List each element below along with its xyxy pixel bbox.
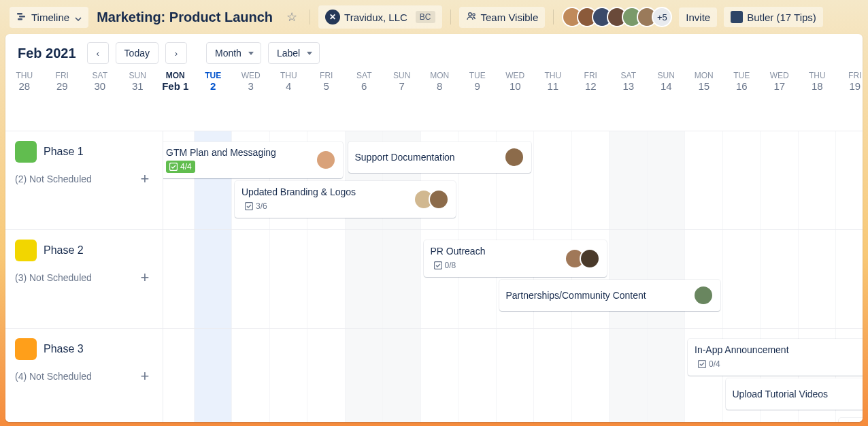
scale-dropdown[interactable]: Month xyxy=(206,42,261,64)
checklist-badge: 4/4 xyxy=(166,161,195,173)
add-card-button[interactable]: + xyxy=(137,368,153,384)
day-header: THU4 xyxy=(270,68,308,99)
day-header: FRI5 xyxy=(307,68,346,99)
invite-button[interactable]: Invite xyxy=(679,7,717,27)
avatar-overflow[interactable]: +5 xyxy=(652,7,672,27)
lane: Phase 2(3) Not Scheduled+ xyxy=(5,229,163,328)
lane-color-swatch xyxy=(15,240,37,261)
checklist-badge: 0/4 xyxy=(695,358,724,370)
timeline-card[interactable]: In-App Announcement0/4 xyxy=(688,339,863,376)
day-header-row: THU28FRI29SAT30SUN31MONFeb 1TUE2WED3THU4… xyxy=(5,68,863,99)
svg-rect-8 xyxy=(699,361,706,368)
workspace-logo: ✕ xyxy=(325,10,340,24)
team-icon xyxy=(466,11,477,24)
day-header: WED3 xyxy=(232,68,270,99)
butler-icon xyxy=(731,11,743,23)
divider xyxy=(450,10,451,24)
lane-sidebar: Phase 1(2) Not Scheduled+Phase 2(3) Not … xyxy=(5,131,163,422)
svg-point-3 xyxy=(468,12,471,16)
lane-title: Phase 2 xyxy=(44,244,84,257)
timeline-toolbar: Feb 2021 ‹ Today › Month Label xyxy=(5,34,863,69)
lane: Phase 3(4) Not Scheduled+ xyxy=(5,328,163,422)
lane-unscheduled-count[interactable]: (3) Not Scheduled xyxy=(15,272,92,283)
workspace-button[interactable]: ✕ Travidux, LLC BC xyxy=(318,5,441,29)
svg-rect-1 xyxy=(19,16,25,18)
timeline-card[interactable]: Partnerships/Community Content xyxy=(499,280,720,311)
next-button[interactable]: › xyxy=(165,42,187,64)
card-title: Partnerships/Community Content xyxy=(506,290,646,301)
current-month: Feb 2021 xyxy=(18,46,76,61)
card-title: Updated Branding & Logos xyxy=(241,186,356,197)
day-header: MONFeb 1 xyxy=(156,68,195,99)
timeline-card[interactable]: PR Outreach0/8 xyxy=(424,240,607,277)
group-dropdown[interactable]: Label xyxy=(268,42,320,64)
butler-button[interactable]: Butler (17 Tips) xyxy=(724,7,823,27)
prev-button[interactable]: ‹ xyxy=(87,42,109,64)
card-avatar xyxy=(504,147,524,167)
card-title: In-App Announcement xyxy=(695,344,789,355)
star-button[interactable]: ☆ xyxy=(282,7,301,27)
checklist-badge: 0/8 xyxy=(431,259,460,272)
divider xyxy=(310,10,310,24)
card-avatar xyxy=(316,150,336,170)
day-header: SAT13 xyxy=(610,68,648,99)
today-button[interactable]: Today xyxy=(116,42,158,64)
timeline-card[interactable]: Upload Tutorial Videos xyxy=(726,378,863,410)
day-header: MON8 xyxy=(421,68,459,99)
day-header: SUN7 xyxy=(383,68,421,99)
day-header: MON15 xyxy=(685,68,723,99)
card-title: Upload Tutorial Videos xyxy=(733,389,829,399)
star-icon: ☆ xyxy=(286,10,297,24)
day-header: WED10 xyxy=(497,68,535,99)
svg-rect-5 xyxy=(170,163,178,171)
day-header: FRI29 xyxy=(44,68,82,99)
day-header: THU18 xyxy=(799,68,837,99)
board-title[interactable]: Marketing: Product Launch xyxy=(97,10,273,25)
timeline-card[interactable]: GTM Plan and Messaging4/4 xyxy=(159,142,343,178)
visibility-label: Team Visible xyxy=(481,12,539,23)
view-switcher-label: Timeline xyxy=(31,12,69,23)
chevron-left-icon: ‹ xyxy=(96,48,99,59)
member-avatar-stack[interactable]: +5 xyxy=(562,7,672,27)
day-header: SAT6 xyxy=(346,68,384,99)
timeline-card[interactable]: Ne xyxy=(839,418,863,422)
card-title: PR Outreach xyxy=(431,246,486,257)
lane-color-swatch xyxy=(15,141,37,163)
timeline-card[interactable]: Updated Branding & Logos3/6 xyxy=(235,181,456,218)
card-title: Support Documentation xyxy=(355,152,455,163)
lane-unscheduled-count[interactable]: (2) Not Scheduled xyxy=(15,174,92,184)
visibility-button[interactable]: Team Visible xyxy=(459,7,546,28)
day-header: SAT30 xyxy=(81,68,119,99)
invite-label: Invite xyxy=(686,12,710,23)
lane: Phase 1(2) Not Scheduled+ xyxy=(5,131,163,229)
chevron-right-icon: › xyxy=(175,48,178,59)
svg-rect-0 xyxy=(17,13,22,15)
svg-rect-2 xyxy=(18,18,22,20)
day-header: SUN31 xyxy=(119,68,157,99)
workspace-name: Travidux, LLC xyxy=(344,12,407,23)
lane-title: Phase 1 xyxy=(44,146,84,158)
day-header: THU28 xyxy=(5,68,44,99)
card-avatars xyxy=(414,189,449,210)
day-header: FRI12 xyxy=(572,68,610,99)
card-avatar xyxy=(580,248,600,269)
add-card-button[interactable]: + xyxy=(137,269,153,286)
day-header: TUE9 xyxy=(458,68,497,99)
day-header: TUE16 xyxy=(723,68,761,99)
svg-rect-7 xyxy=(434,262,441,269)
day-header: THU11 xyxy=(534,68,572,99)
timeline-card[interactable]: Support Documentation xyxy=(348,142,532,173)
lane-title: Phase 3 xyxy=(44,343,84,355)
card-title: GTM Plan and Messaging xyxy=(166,147,276,158)
divider xyxy=(553,10,554,24)
card-avatars xyxy=(504,147,524,167)
view-switcher[interactable]: Timeline xyxy=(10,7,88,28)
card-avatars xyxy=(565,248,600,269)
board-header: Timeline Marketing: Product Launch ☆ ✕ T… xyxy=(0,0,868,34)
day-header: WED17 xyxy=(761,68,799,99)
card-avatars xyxy=(693,285,714,306)
add-card-button[interactable]: + xyxy=(137,171,153,187)
timeline-icon xyxy=(16,11,27,24)
svg-rect-6 xyxy=(246,203,253,210)
lane-unscheduled-count[interactable]: (4) Not Scheduled xyxy=(15,371,92,382)
